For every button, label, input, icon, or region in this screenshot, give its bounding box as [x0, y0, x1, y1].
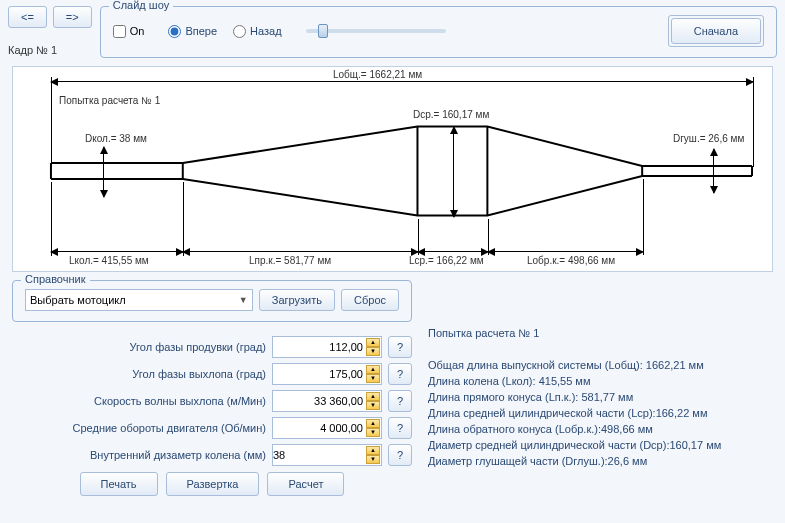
reference-fieldset: Справочник Выбрать мотоцикл ▼ Загрузить … [12, 280, 412, 322]
reference-title: Справочник [21, 273, 90, 285]
label-lobrk: Lобр.к.= 498,66 мм [527, 255, 615, 266]
input-dia[interactable]: ▲▼ [272, 444, 382, 466]
calc-button[interactable]: Расчет [267, 472, 344, 496]
label-wave: Скорость волны выхлопа (м/Мин) [94, 395, 266, 407]
label-purge: Угол фазы продувки (град) [130, 341, 266, 353]
input-exhaust[interactable]: ▲▼ [272, 363, 382, 385]
label-lprk: Lпр.к.= 581,77 мм [249, 255, 331, 266]
help-button[interactable]: ? [388, 363, 412, 385]
input-purge[interactable]: ▲▼ [272, 336, 382, 358]
frame-label: Кадр № 1 [8, 44, 92, 56]
help-button[interactable]: ? [388, 390, 412, 412]
results-line: Длина прямого конуса (Lп.к.): 581,77 мм [428, 390, 773, 406]
next-button[interactable]: => [53, 6, 92, 28]
speed-slider[interactable] [306, 29, 644, 33]
slideshow-fieldset: Слайд шоу On Впере Назад Сначала [100, 6, 777, 58]
spinner-icon[interactable]: ▲▼ [366, 365, 380, 383]
results-line: Общая длина выпускной системы (Lобщ): 16… [428, 358, 773, 374]
load-button[interactable]: Загрузить [259, 289, 335, 311]
spinner-icon[interactable]: ▲▼ [366, 338, 380, 356]
results-line: Диаметр средней цилиндрической части (Dс… [428, 438, 773, 454]
label-dia: Внутренний дизаметр колена (мм) [90, 449, 266, 461]
spinner-icon[interactable]: ▲▼ [366, 419, 380, 437]
label-lcp: Lср.= 166,22 мм [409, 255, 484, 266]
label-dcol: Dкол.= 38 мм [85, 133, 147, 144]
restart-button[interactable]: Сначала [671, 18, 761, 44]
spinner-icon[interactable]: ▲▼ [366, 392, 380, 410]
label-dcp: Dср.= 160,17 мм [413, 109, 489, 120]
results-line: Длина обратного конуса (Lобр.к.):498,66 … [428, 422, 773, 438]
spinner-icon[interactable]: ▲▼ [366, 446, 380, 464]
exhaust-diagram: Lобщ.= 1662,21 мм Попытка расчета № 1 Dк… [12, 66, 773, 272]
results-panel: Попытка расчета № 1 Общая длина выпускно… [428, 280, 773, 496]
results-line: Диаметр глушащей части (Dглуш.):26,6 мм [428, 454, 773, 470]
label-attempt: Попытка расчета № 1 [59, 95, 160, 106]
input-rpm[interactable]: ▲▼ [272, 417, 382, 439]
help-button[interactable]: ? [388, 417, 412, 439]
reset-button[interactable]: Сброс [341, 289, 399, 311]
radio-backward[interactable]: Назад [233, 25, 282, 38]
input-wave[interactable]: ▲▼ [272, 390, 382, 412]
on-label: On [130, 25, 145, 37]
chevron-down-icon: ▼ [239, 295, 248, 305]
radio-forward[interactable]: Впере [168, 25, 217, 38]
results-line: Длина средней цилиндрической части (Lср)… [428, 406, 773, 422]
results-line: Длина колена (Lкол): 415,55 мм [428, 374, 773, 390]
select-placeholder: Выбрать мотоцикл [30, 294, 126, 306]
help-button[interactable]: ? [388, 444, 412, 466]
label-exhaust: Угол фазы выхлопа (град) [132, 368, 266, 380]
prev-button[interactable]: <= [8, 6, 47, 28]
label-ltotal: Lобщ.= 1662,21 мм [333, 69, 422, 80]
slideshow-title: Слайд шоу [109, 0, 173, 11]
backward-label: Назад [250, 25, 282, 37]
help-button[interactable]: ? [388, 336, 412, 358]
results-title: Попытка расчета № 1 [428, 326, 773, 342]
forward-label: Впере [185, 25, 217, 37]
motorcycle-select[interactable]: Выбрать мотоцикл ▼ [25, 289, 253, 311]
label-lcol: Lкол.= 415,55 мм [69, 255, 149, 266]
label-dgush: Dгуш.= 26,6 мм [673, 133, 744, 144]
unfold-button[interactable]: Развертка [166, 472, 260, 496]
slideshow-on-checkbox[interactable]: On [113, 25, 145, 38]
print-button[interactable]: Печать [80, 472, 158, 496]
label-rpm: Средние обороты двигателя (Об/мин) [73, 422, 266, 434]
